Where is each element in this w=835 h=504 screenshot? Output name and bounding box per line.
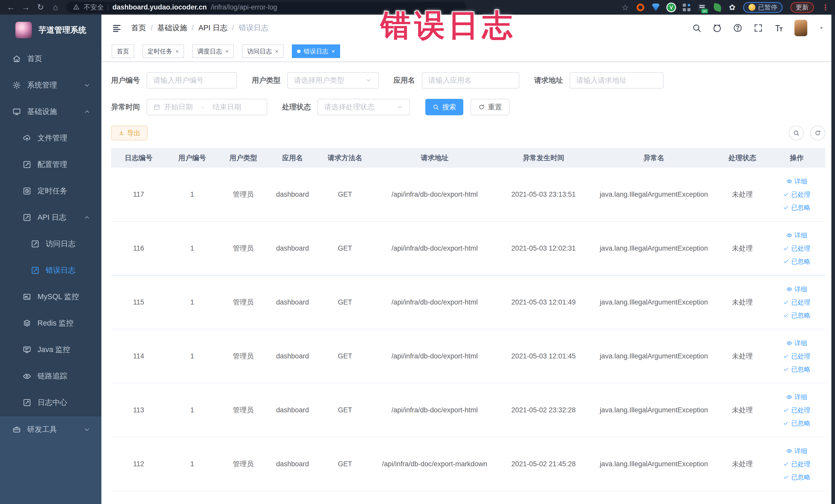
action-label: 详细 (794, 339, 807, 347)
font-size-icon[interactable] (774, 23, 784, 33)
update-badge[interactable]: 更新 (790, 2, 814, 13)
browser-menu-icon[interactable]: ⋮ (822, 3, 829, 12)
sidebar-item-infra[interactable]: 基础设施 (0, 98, 101, 125)
chevron-down-icon (365, 77, 372, 84)
paused-badge[interactable]: 已暂停 (743, 2, 782, 13)
tab-label: 访问日志 (247, 47, 272, 56)
tab-错误日志[interactable]: 错误日志× (292, 44, 340, 58)
browser-reload-button[interactable]: ↻ (34, 0, 47, 15)
ignored-link[interactable]: 已忽略 (783, 365, 810, 374)
extension-shield-icon[interactable] (652, 4, 660, 11)
browser-back-button[interactable]: ← (4, 0, 18, 15)
sidebar-item-api-log[interactable]: API 日志 (0, 204, 101, 230)
detail-link[interactable]: 详细 (786, 339, 807, 347)
browser-forward-button[interactable]: → (19, 0, 32, 15)
github-icon[interactable] (712, 23, 722, 33)
processed-link[interactable]: 已处理 (783, 298, 810, 306)
close-tab-icon[interactable]: × (331, 48, 335, 55)
cell-user_type: 管理员 (218, 459, 268, 468)
extension-switch-icon[interactable]: on (698, 4, 706, 11)
extension-leaf-icon[interactable] (713, 3, 722, 12)
briefcase-icon (12, 425, 21, 434)
detail-link[interactable]: 详细 (786, 177, 807, 186)
detail-link[interactable]: 详细 (786, 393, 807, 401)
extension-v-icon[interactable]: V (667, 4, 675, 11)
user-avatar[interactable] (794, 20, 807, 36)
user-type-select[interactable]: 请选择用户类型 (287, 72, 379, 88)
sidebar-item-log-center[interactable]: 日志中心 (0, 389, 101, 416)
eye-icon (23, 372, 31, 381)
sidebar-item-file-mgmt[interactable]: 文件管理 (0, 125, 101, 151)
ignored-link[interactable]: 已忽略 (783, 473, 810, 481)
sidebar-item-redis-monitor[interactable]: Redis 监控 (0, 310, 101, 336)
breadcrumb-item-0[interactable]: 首页 (131, 23, 146, 33)
cell-method: GET (317, 352, 373, 360)
check-icon (783, 461, 789, 467)
refresh-table-button[interactable] (810, 125, 825, 140)
process-status-select[interactable]: 请选择处理状态 (318, 99, 410, 115)
browser-home-button[interactable]: ⌂ (49, 0, 62, 15)
reset-button[interactable]: 重置 (470, 99, 510, 115)
ignored-link[interactable]: 已忽略 (783, 311, 810, 320)
sidebar-item-label: 日志中心 (38, 398, 90, 408)
detail-link[interactable]: 详细 (786, 285, 807, 294)
sidebar-item-system-mgmt[interactable]: 系统管理 (0, 72, 101, 98)
user-menu-caret-icon[interactable] (818, 25, 825, 31)
app-name-input[interactable]: 请输入应用名 (422, 72, 519, 88)
close-tab-icon[interactable]: × (225, 48, 229, 55)
ignored-link[interactable]: 已忽略 (783, 203, 810, 212)
ignored-link[interactable]: 已忽略 (783, 419, 810, 427)
cell-url: /api/infra/db-doc/export-markdown (373, 460, 496, 468)
sidebar-item-home[interactable]: 首页 (0, 45, 101, 72)
processed-link[interactable]: 已处理 (783, 244, 810, 253)
detail-link[interactable]: 详细 (786, 447, 807, 455)
user-id-input[interactable]: 请输入用户编号 (147, 72, 237, 88)
sidebar-item-error-log[interactable]: 错误日志 (0, 257, 101, 283)
exception-time-range-picker[interactable]: 开始日期 - 结束日期 (147, 99, 267, 115)
toggle-search-button[interactable] (789, 125, 804, 140)
sidebar-item-config-mgmt[interactable]: 配置管理 (0, 151, 101, 178)
extension-orange-icon[interactable] (636, 4, 644, 11)
request-url-input[interactable]: 请输入请求地址 (570, 72, 664, 88)
tab-定时任务[interactable]: 定时任务× (142, 44, 184, 58)
tab-首页[interactable]: 首页 (111, 44, 134, 58)
bookmark-star-icon[interactable]: ☆ (622, 3, 629, 12)
cell-exception: java.lang.IllegalArgumentException (591, 352, 717, 360)
help-icon[interactable] (733, 23, 742, 33)
tab-访问日志[interactable]: 访问日志× (242, 44, 284, 58)
search-icon[interactable] (692, 23, 701, 33)
page-scrollbar[interactable] (831, 15, 835, 504)
sidebar-item-mysql-monitor[interactable]: MySQL 监控 (0, 283, 101, 310)
table-header-9: 操作 (768, 153, 825, 163)
extension-puzzle-icon[interactable]: ✿ (729, 3, 735, 12)
sidebar-item-label: 首页 (27, 54, 90, 64)
processed-link[interactable]: 已处理 (783, 406, 810, 415)
eye-icon (786, 448, 792, 454)
tab-调度日志[interactable]: 调度日志× (192, 44, 234, 58)
sidebar-logo[interactable]: 芋道管理系统 (0, 15, 101, 45)
url-divider (108, 4, 108, 11)
close-tab-icon[interactable]: × (275, 48, 279, 55)
detail-link[interactable]: 详细 (786, 231, 807, 240)
processed-link[interactable]: 已处理 (783, 460, 810, 468)
search-button[interactable]: 搜索 (425, 99, 463, 115)
sidebar-item-scheduled-job[interactable]: 定时任务 (0, 178, 101, 204)
eye-icon (786, 178, 792, 184)
hamburger-icon[interactable] (111, 24, 122, 32)
cell-status: 未处理 (717, 298, 768, 307)
cell-actions: 详细已处理已忽略 (768, 231, 825, 266)
cell-app: dashboard (268, 298, 317, 306)
sidebar-item-access-log[interactable]: 访问日志 (0, 230, 101, 257)
export-button[interactable]: 导出 (111, 125, 148, 140)
fullscreen-icon[interactable] (753, 23, 763, 33)
close-tab-icon[interactable]: × (175, 48, 179, 55)
extension-grid-icon[interactable] (683, 4, 691, 11)
sidebar-item-dev-tools[interactable]: 研发工具 (0, 416, 101, 443)
processed-link[interactable]: 已处理 (783, 190, 810, 199)
clocksq-icon (23, 187, 31, 195)
processed-link[interactable]: 已处理 (783, 352, 810, 361)
cell-user_id: 1 (166, 406, 218, 414)
sidebar-item-java-monitor[interactable]: Java 监控 (0, 336, 101, 363)
ignored-link[interactable]: 已忽略 (783, 257, 810, 266)
sidebar-item-trace[interactable]: 链路追踪 (0, 363, 101, 389)
